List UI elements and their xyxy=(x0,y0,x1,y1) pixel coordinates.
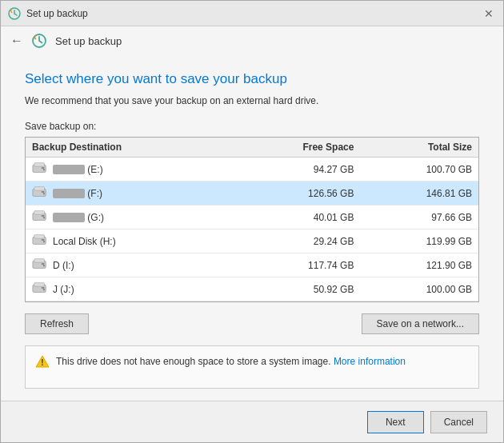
svg-rect-24 xyxy=(42,287,45,289)
cancel-button[interactable]: Cancel xyxy=(430,411,487,433)
cell-free-space: 117.74 GB xyxy=(231,253,360,277)
title-bar-left: Set up backup xyxy=(7,6,88,21)
table-row[interactable]: (F:) 126.56 GB 146.81 GB xyxy=(26,182,478,206)
cell-free-space: 50.92 GB xyxy=(231,277,360,301)
drive-icon xyxy=(32,186,48,201)
title-bar: Set up backup ✕ xyxy=(1,1,503,26)
more-information-link[interactable]: More information xyxy=(334,356,406,367)
svg-rect-23 xyxy=(34,283,45,287)
content: Select where you want to save your backu… xyxy=(1,55,503,401)
cell-total-size: 97.66 GB xyxy=(360,206,478,229)
cell-destination: (E:) xyxy=(26,158,231,182)
svg-rect-12 xyxy=(42,215,45,217)
refresh-button[interactable]: Refresh xyxy=(25,313,89,334)
drive-name: Local Disk (H:) xyxy=(53,236,116,247)
cell-destination: Local Disk (H:) xyxy=(26,229,231,253)
svg-rect-11 xyxy=(34,211,45,215)
col-total-size: Total Size xyxy=(360,138,478,158)
drive-icon xyxy=(32,210,48,225)
drive-icon xyxy=(32,233,48,249)
drive-icon xyxy=(32,281,48,297)
svg-point-21 xyxy=(43,265,45,266)
cell-destination: D (I:) xyxy=(26,253,231,277)
page-heading: Select where you want to save your backu… xyxy=(25,71,479,87)
svg-rect-8 xyxy=(42,191,45,193)
cell-destination: J (J:) xyxy=(26,277,231,301)
drive-name: J (J:) xyxy=(53,284,74,295)
drive-name: D (I:) xyxy=(53,260,74,271)
save-network-button[interactable]: Save on a network... xyxy=(362,313,479,334)
table-row[interactable]: Local Disk (H:) 29.24 GB 119.99 GB xyxy=(26,229,478,253)
table-row[interactable]: D (I:) 117.74 GB 121.90 GB xyxy=(26,253,478,277)
svg-point-5 xyxy=(43,169,45,170)
backup-nav-icon xyxy=(30,31,49,50)
nav-title: Set up backup xyxy=(55,35,122,47)
drive-icon xyxy=(32,162,48,177)
warning-box: ! This drive does not have enough space … xyxy=(25,345,479,389)
warning-icon: ! xyxy=(35,354,50,369)
drive-name: (E:) xyxy=(53,164,103,175)
cell-free-space: 40.01 GB xyxy=(231,206,360,229)
svg-rect-7 xyxy=(34,187,45,191)
svg-point-17 xyxy=(43,241,45,242)
cell-destination: (G:) xyxy=(26,206,231,229)
cell-free-space: 29.24 GB xyxy=(231,229,360,253)
svg-rect-19 xyxy=(34,259,45,263)
backup-icon xyxy=(7,6,22,21)
cell-destination: (F:) xyxy=(26,182,231,206)
svg-rect-15 xyxy=(34,235,45,239)
col-destination: Backup Destination xyxy=(26,138,231,158)
svg-rect-3 xyxy=(34,163,45,167)
cell-free-space: 94.27 GB xyxy=(231,158,360,182)
table-header-row: Backup Destination Free Space Total Size xyxy=(26,138,478,158)
svg-rect-16 xyxy=(42,239,45,241)
warning-message: This drive does not have enough space to… xyxy=(56,356,331,367)
save-backup-label: Save backup on: xyxy=(25,121,479,132)
close-button[interactable]: ✕ xyxy=(481,6,497,22)
action-buttons: Refresh Save on a network... xyxy=(25,313,479,334)
window-title: Set up backup xyxy=(26,8,88,19)
drive-name: (F:) xyxy=(53,188,102,199)
svg-point-13 xyxy=(43,217,45,218)
cell-total-size: 100.70 GB xyxy=(360,158,478,182)
cell-total-size: 146.81 GB xyxy=(360,182,478,206)
svg-rect-4 xyxy=(42,167,45,169)
cell-total-size: 121.90 GB xyxy=(360,253,478,277)
cell-free-space: 126.56 GB xyxy=(231,182,360,206)
back-button[interactable]: ← xyxy=(10,34,23,48)
sub-text: We recommend that you save your backup o… xyxy=(25,95,479,106)
table-row[interactable]: (G:) 40.01 GB 97.66 GB xyxy=(26,206,478,229)
svg-text:!: ! xyxy=(41,358,43,367)
svg-rect-20 xyxy=(42,263,45,265)
nav-bar: ← Set up backup xyxy=(1,26,503,55)
backup-destination-table: Backup Destination Free Space Total Size… xyxy=(25,137,479,302)
table-row[interactable]: J (J:) 50.92 GB 100.00 GB xyxy=(26,277,478,301)
cell-total-size: 100.00 GB xyxy=(360,277,478,301)
cell-total-size: 119.99 GB xyxy=(360,229,478,253)
drive-name: (G:) xyxy=(53,212,104,223)
svg-point-9 xyxy=(43,193,45,194)
col-free-space: Free Space xyxy=(231,138,360,158)
svg-point-25 xyxy=(43,289,45,290)
footer: Next Cancel xyxy=(1,401,503,442)
table-row[interactable]: (E:) 94.27 GB 100.70 GB xyxy=(26,158,478,182)
warning-text: This drive does not have enough space to… xyxy=(56,354,406,369)
next-button[interactable]: Next xyxy=(367,411,424,433)
window: Set up backup ✕ ← Set up backup Select w… xyxy=(0,0,504,443)
drive-icon xyxy=(32,257,48,273)
